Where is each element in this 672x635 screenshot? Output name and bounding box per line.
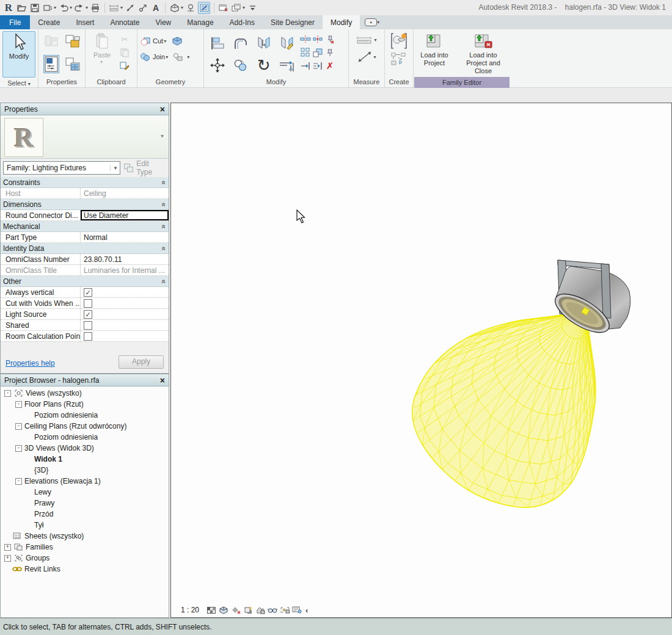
properties-palette-icon[interactable] xyxy=(43,55,59,73)
tree-item-przod[interactable]: Przód xyxy=(1,509,169,520)
tab-annotate[interactable]: Annotate xyxy=(102,15,147,29)
project-browser-header[interactable]: Project Browser - halogen.rfa × xyxy=(1,374,169,386)
tab-add-ins[interactable]: Add-Ins xyxy=(222,15,263,29)
tree-item-elevations[interactable]: -Elevations (Elewacja 1) xyxy=(1,476,169,487)
property-row-host[interactable]: HostCeiling xyxy=(1,188,169,199)
tree-item-lewy[interactable]: Lewy xyxy=(1,487,169,498)
family-types-icon[interactable] xyxy=(44,34,59,49)
lock-3d-view-icon[interactable] xyxy=(255,606,265,614)
load-into-project-button[interactable]: Load into Project xyxy=(416,31,453,77)
checkbox[interactable] xyxy=(84,332,92,341)
measure-dropdown[interactable]: ▾ xyxy=(120,5,123,10)
checkbox[interactable] xyxy=(84,299,92,308)
checkbox[interactable]: ✓ xyxy=(84,310,92,319)
close-inactive-windows-icon[interactable] xyxy=(218,2,229,13)
align-icon[interactable] xyxy=(210,36,225,51)
property-row-room-calc-point[interactable]: Room Calculation Point xyxy=(1,331,169,342)
mirror-draw-axis-icon[interactable] xyxy=(279,36,295,51)
tab-view[interactable]: View xyxy=(147,15,179,29)
chevron-down-icon[interactable]: ▾ xyxy=(110,165,120,171)
trim-multiple-icon[interactable] xyxy=(313,62,323,70)
tree-item-poziom-2[interactable]: Poziom odniesienia xyxy=(1,432,169,443)
scale-icon[interactable] xyxy=(313,48,323,57)
apply-button[interactable]: Apply xyxy=(119,355,164,369)
reveal-constraints-icon[interactable] xyxy=(292,606,302,614)
tree-item-sheets[interactable]: Sheets (wszystko) xyxy=(1,531,169,542)
tree-item-families[interactable]: +Families xyxy=(1,542,169,553)
join-geometry-button[interactable]: Join▾ xyxy=(140,50,168,64)
section-constraints[interactable]: Constraints« xyxy=(1,177,169,188)
tab-manage[interactable]: Manage xyxy=(179,15,221,29)
cut-geometry-button[interactable]: Cut▾ xyxy=(140,34,166,48)
aligned-dimension-icon[interactable] xyxy=(125,2,136,13)
load-into-project-close-button[interactable]: Load into Project and Close xyxy=(459,31,508,77)
property-row-shared[interactable]: Shared xyxy=(1,320,169,331)
measure-between-refs-button[interactable]: ▾ xyxy=(357,50,376,64)
unpin-icon[interactable] xyxy=(325,35,335,44)
text-icon[interactable]: A xyxy=(150,2,161,13)
create-group-icon[interactable] xyxy=(390,32,408,50)
synchronize-icon[interactable] xyxy=(42,2,53,13)
property-row-light-source[interactable]: Light Source✓ xyxy=(1,309,169,320)
type-preview[interactable]: R ▾ xyxy=(1,115,169,159)
copy-icon[interactable] xyxy=(233,59,249,72)
tree-item-3d-views[interactable]: -3D Views (Widok 3D) xyxy=(1,443,169,454)
property-row-part-type[interactable]: Part TypeNormal xyxy=(1,232,169,243)
family-types-dialog-icon[interactable] xyxy=(65,57,81,71)
panel-label-select[interactable]: Select ▾ xyxy=(0,78,38,89)
tree-item-ceiling-plans[interactable]: -Ceiling Plans (Rzut odwrócony) xyxy=(1,421,169,432)
sun-path-icon[interactable] xyxy=(231,606,241,614)
offset-icon[interactable] xyxy=(233,37,249,50)
paste-button[interactable]: Paste ▾ xyxy=(88,31,116,76)
customize-icon[interactable] xyxy=(247,2,258,13)
property-row-omniclass-number[interactable]: OmniClass Number23.80.70.11 xyxy=(1,254,169,265)
split-with-gap-icon[interactable] xyxy=(312,35,323,43)
tab-insert[interactable]: Insert xyxy=(68,15,102,29)
thin-lines-icon[interactable] xyxy=(198,2,210,14)
split-element-icon[interactable] xyxy=(300,35,311,43)
measure-icon[interactable] xyxy=(109,2,120,13)
modify-tool-button[interactable]: Modify xyxy=(2,31,35,78)
redo-dropdown[interactable]: ▾ xyxy=(86,5,88,10)
move-icon[interactable] xyxy=(210,57,225,73)
print-icon[interactable] xyxy=(90,2,101,13)
scale-value[interactable]: 1 : 20 xyxy=(181,606,199,614)
properties-help-link[interactable]: Properties help xyxy=(5,359,55,368)
redo-icon[interactable] xyxy=(74,2,85,13)
undo-icon[interactable] xyxy=(58,2,69,13)
synchronize-dropdown[interactable]: ▾ xyxy=(54,5,56,10)
mirror-pick-axis-icon[interactable] xyxy=(256,36,272,51)
section-dimensions[interactable]: Dimensions« xyxy=(1,199,169,210)
tree-item-tyl[interactable]: Tył xyxy=(1,520,169,531)
temporary-hide-isolate-icon[interactable] xyxy=(268,606,277,614)
tree-item-revit-links[interactable]: Revit Links xyxy=(1,564,169,575)
tree-item-prawy[interactable]: Prawy xyxy=(1,498,169,509)
visual-style-icon[interactable] xyxy=(219,606,228,614)
tab-file[interactable]: File xyxy=(0,15,30,29)
tab-modify[interactable]: Modify xyxy=(323,15,360,29)
family-category-icon[interactable] xyxy=(65,34,81,49)
rotate-icon[interactable]: ↻ xyxy=(257,58,271,73)
checkbox[interactable]: ✓ xyxy=(84,288,92,297)
panel-label-properties[interactable]: Properties xyxy=(38,76,85,87)
save-icon[interactable] xyxy=(29,2,40,13)
close-icon[interactable]: × xyxy=(160,105,165,114)
chevron-down-icon[interactable]: ▾ xyxy=(161,132,164,139)
undo-dropdown[interactable]: ▾ xyxy=(70,5,72,10)
section-other[interactable]: Other« xyxy=(1,276,169,287)
trim-extend-icon[interactable] xyxy=(279,58,296,73)
ribbon-collapse-button[interactable]: ▴▾ xyxy=(365,15,379,29)
detail-level-icon[interactable] xyxy=(206,606,216,614)
vcb-collapse-arrow[interactable]: ‹ xyxy=(305,606,308,615)
close-icon[interactable]: × xyxy=(160,376,165,385)
property-row-round-connector[interactable]: Round Connector Di...Use Diameter xyxy=(1,210,169,221)
solid-forms-icon[interactable] xyxy=(172,37,183,46)
tree-item-widok-1[interactable]: Widok 1 xyxy=(1,454,169,465)
cut-to-clipboard-icon[interactable]: ✂ xyxy=(122,35,128,44)
tab-create[interactable]: Create xyxy=(30,15,68,29)
copy-to-clipboard-icon[interactable] xyxy=(120,48,130,57)
tab-site-designer[interactable]: Site Designer xyxy=(263,15,323,29)
tree-item-views[interactable]: -Views (wszystko) xyxy=(1,388,169,399)
tree-item-poziom-1[interactable]: Poziom odniesienia xyxy=(1,410,169,421)
tree-item-groups[interactable]: +Groups xyxy=(1,553,169,564)
